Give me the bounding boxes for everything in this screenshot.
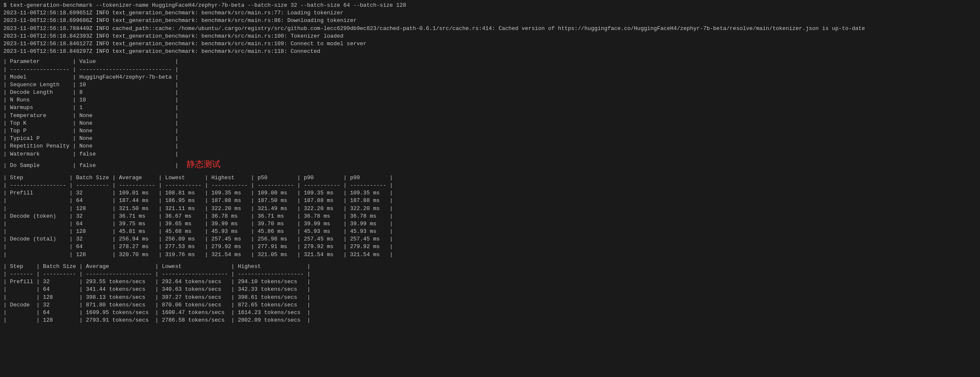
timing-row-8: | | 64 | 278.27 ms | 277.53 ms | 279.92 … bbox=[3, 243, 977, 251]
log-line-5: 2023-11-06T12:56:18.846127Z INFO text_ge… bbox=[3, 40, 977, 48]
timing-header: | Step | Batch Size | Average | Lowest |… bbox=[3, 174, 977, 182]
throughput-divider: | ------- | ---------- | ---------------… bbox=[3, 270, 977, 278]
throughput-table-container: | Step | Batch Size | Average | Lowest |… bbox=[3, 263, 977, 325]
throughput-row-6: | | 128 | 2793.91 tokens/secs | 2786.58 … bbox=[3, 317, 977, 324]
command-line: $ text-generation-benchmark --tokenizer-… bbox=[3, 2, 977, 9]
param-row-nruns: | N Runs | 10 | bbox=[3, 96, 977, 104]
param-row-model: | Model | HuggingFaceH4/zephyr-7b-beta | bbox=[3, 74, 977, 81]
timing-divider: | ----------------- | ---------- | -----… bbox=[3, 182, 977, 189]
timing-row-9: | | 128 | 320.70 ms | 319.76 ms | 321.54… bbox=[3, 251, 977, 259]
param-row-typicalp: | Typical P | None | bbox=[3, 135, 977, 142]
param-table-divider: | ------------------ | -----------------… bbox=[3, 66, 977, 74]
log-lines: 2023-11-06T12:56:18.699651Z INFO text_ge… bbox=[3, 9, 977, 55]
throughput-row-2: | | 64 | 341.44 tokens/secs | 340.63 tok… bbox=[3, 286, 977, 293]
timing-row-1: | Prefill | 32 | 109.01 ms | 108.81 ms |… bbox=[3, 189, 977, 197]
param-row-dosample: | Do Sample | false | bbox=[3, 162, 178, 169]
param-row-watermark: | Watermark | false | bbox=[3, 150, 977, 158]
log-line-4: 2023-11-06T12:56:18.842393Z INFO text_ge… bbox=[3, 33, 977, 40]
timing-row-2: | | 64 | 187.44 ms | 186.95 ms | 187.88 … bbox=[3, 197, 977, 205]
timing-row-3: | | 128 | 321.50 ms | 321.11 ms | 322.20… bbox=[3, 205, 977, 213]
command-text: $ text-generation-benchmark --tokenizer-… bbox=[3, 2, 406, 8]
timing-row-6: | | 128 | 45.81 ms | 45.68 ms | 45.93 ms… bbox=[3, 228, 977, 235]
param-row-rep-penalty: | Repetition Penalty | None | bbox=[3, 142, 977, 150]
log-line-6: 2023-11-06T12:56:18.848297Z INFO text_ge… bbox=[3, 48, 977, 55]
param-row-decodelen: | Decode Length | 8 | bbox=[3, 89, 977, 96]
timing-row-4: | Decode (token) | 32 | 36.71 ms | 36.67… bbox=[3, 213, 977, 220]
throughput-header: | Step | Batch Size | Average | Lowest |… bbox=[3, 263, 977, 270]
throughput-row-1: | Prefill | 32 | 293.55 tokens/secs | 29… bbox=[3, 278, 977, 286]
param-table-header: | Parameter | Value | bbox=[3, 58, 977, 66]
log-line-2: 2023-11-06T12:56:18.699686Z INFO text_ge… bbox=[3, 17, 977, 25]
log-line-3: 2023-11-06T12:56:18.788449Z INFO cached_… bbox=[3, 25, 977, 33]
terminal-window: $ text-generation-benchmark --tokenizer-… bbox=[3, 2, 977, 324]
timing-row-7: | Decode (total) | 32 | 256.94 ms | 256.… bbox=[3, 235, 977, 243]
param-row-topp: | Top P | None | bbox=[3, 127, 977, 135]
param-table-container: | Parameter | Value | | ----------------… bbox=[3, 58, 977, 169]
throughput-row-4: | Decode | 32 | 871.80 tokens/secs | 870… bbox=[3, 301, 977, 309]
chinese-label: 静态测试 bbox=[187, 159, 220, 169]
param-row-warmups: | Warmups | 1 | bbox=[3, 104, 977, 112]
param-row-temp: | Temperature | None | bbox=[3, 112, 977, 120]
param-row-seqlen: | Sequence Length | 10 | bbox=[3, 81, 977, 89]
timing-table-container: | Step | Batch Size | Average | Lowest |… bbox=[3, 174, 977, 259]
throughput-row-5: | | 64 | 1609.95 tokens/secs | 1600.47 t… bbox=[3, 309, 977, 317]
param-row-topk: | Top K | None | bbox=[3, 120, 977, 127]
throughput-row-3: | | 128 | 398.13 tokens/secs | 397.27 to… bbox=[3, 294, 977, 301]
log-line-1: 2023-11-06T12:56:18.699651Z INFO text_ge… bbox=[3, 9, 977, 17]
timing-row-5: | | 64 | 39.75 ms | 39.65 ms | 39.99 ms … bbox=[3, 220, 977, 228]
